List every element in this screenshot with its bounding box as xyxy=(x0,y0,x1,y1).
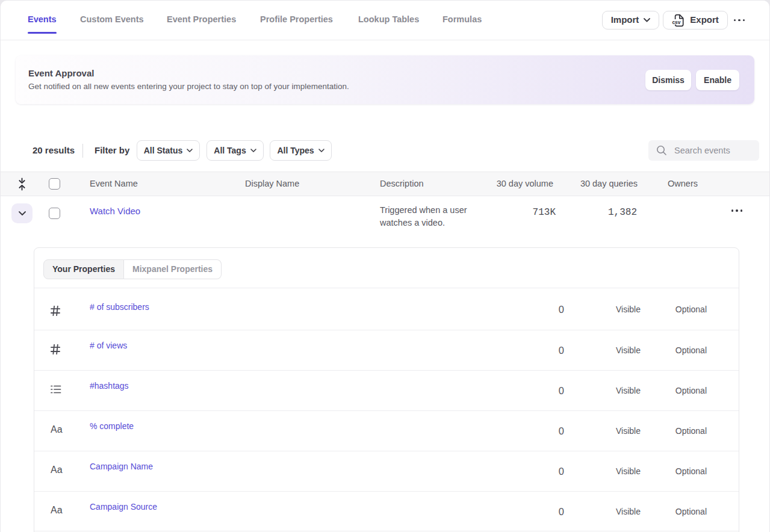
svg-text:csv: csv xyxy=(672,19,681,25)
